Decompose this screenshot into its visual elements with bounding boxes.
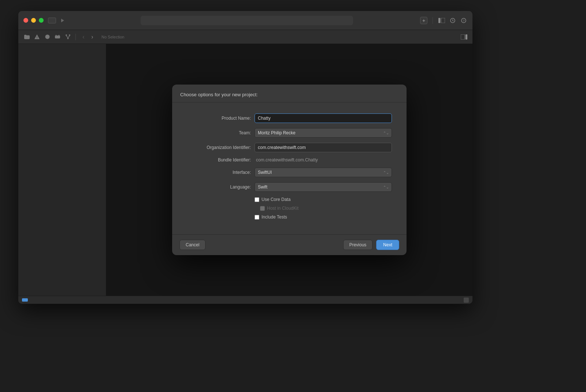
svg-text:?: ? xyxy=(463,19,464,23)
modal-title: Choose options for your new project: xyxy=(180,92,258,97)
svg-rect-1 xyxy=(438,18,440,23)
separator xyxy=(75,34,76,40)
modal-header: Choose options for your new project: xyxy=(172,85,407,102)
svg-text:!: ! xyxy=(37,36,38,39)
svg-point-14 xyxy=(67,38,68,39)
bundle-identifier-label: Bundle Identifier: xyxy=(187,157,251,163)
titlebar-center xyxy=(74,16,420,25)
git-icon[interactable] xyxy=(64,33,72,41)
bundle-identifier-row: Bundle Identifier: com.createwithswift.c… xyxy=(187,157,392,163)
titlebar-right: + ? xyxy=(420,17,467,24)
close-button[interactable] xyxy=(23,18,28,23)
new-project-modal: Choose options for your new project: Pro… xyxy=(172,85,407,255)
interface-select[interactable]: SwiftUI Storyboard xyxy=(255,168,392,177)
nav-buttons: ‹ › xyxy=(79,33,96,41)
svg-marker-0 xyxy=(61,19,64,22)
titlebar: + ? xyxy=(18,11,472,30)
svg-rect-9 xyxy=(55,36,60,38)
warning-icon[interactable]: ! xyxy=(33,33,41,41)
team-select-wrapper: Moritz Philip Recke Personal Team ⌃⌄ xyxy=(255,128,392,138)
bottom-panel-icon[interactable] xyxy=(464,298,469,303)
clock-button[interactable] xyxy=(449,17,456,24)
svg-rect-2 xyxy=(441,18,445,23)
scheme-selector[interactable] xyxy=(141,16,353,25)
include-tests-checkbox[interactable] xyxy=(255,215,259,220)
svg-point-13 xyxy=(69,34,70,36)
org-identifier-input[interactable] xyxy=(255,143,392,152)
previous-button[interactable]: Previous xyxy=(343,240,373,250)
team-row: Team: Moritz Philip Recke Personal Team … xyxy=(187,128,392,138)
include-tests-row: Include Tests xyxy=(255,214,392,220)
bottom-bar xyxy=(18,296,472,304)
cancel-button[interactable]: Cancel xyxy=(179,240,205,250)
footer-right: Previous Next xyxy=(343,240,399,250)
host-cloudkit-checkbox[interactable] xyxy=(260,206,265,211)
svg-line-15 xyxy=(66,36,68,38)
modal-content: Product Name: Team: Moritz Philip Recke … xyxy=(172,102,407,234)
add-button[interactable]: + xyxy=(420,17,427,24)
interface-select-wrapper: SwiftUI Storyboard ⌃⌄ xyxy=(255,168,392,177)
help-button[interactable]: ? xyxy=(460,17,467,24)
use-core-data-row: Use Core Data xyxy=(255,197,392,202)
plus-icon: + xyxy=(422,18,425,23)
org-identifier-row: Organization Identifier: xyxy=(187,143,392,152)
toolbar2-right xyxy=(460,33,468,41)
modal-footer: Cancel Previous Next xyxy=(172,234,407,255)
use-core-data-label[interactable]: Use Core Data xyxy=(262,197,290,202)
inspector-button[interactable] xyxy=(460,33,468,41)
sidebar xyxy=(18,44,106,296)
interface-label: Interface: xyxy=(187,170,251,175)
toolbar2: ! ‹ › xyxy=(18,30,472,44)
language-row: Language: Swift Objective-C ⌃⌄ xyxy=(187,182,392,192)
language-label: Language: xyxy=(187,184,251,190)
language-select[interactable]: Swift Objective-C xyxy=(255,182,392,192)
svg-rect-18 xyxy=(466,34,467,40)
interface-row: Interface: SwiftUI Storyboard ⌃⌄ xyxy=(187,168,392,177)
traffic-lights xyxy=(23,18,44,23)
separator xyxy=(433,17,433,24)
use-core-data-checkbox[interactable] xyxy=(255,197,259,202)
svg-line-16 xyxy=(68,36,70,38)
team-label: Team: xyxy=(187,130,251,135)
product-name-label: Product Name: xyxy=(187,116,251,121)
svg-rect-10 xyxy=(56,35,56,36)
host-cloudkit-label: Host in CloudKit xyxy=(267,206,298,211)
product-name-input[interactable] xyxy=(255,113,392,123)
team-select[interactable]: Moritz Philip Recke Personal Team xyxy=(255,128,392,138)
language-select-wrapper: Swift Objective-C ⌃⌄ xyxy=(255,182,392,192)
host-cloudkit-row: Host in CloudKit xyxy=(260,206,392,211)
status-indicator xyxy=(22,298,28,302)
org-identifier-label: Organization Identifier: xyxy=(187,145,251,150)
nav-forward-button[interactable]: › xyxy=(88,33,96,41)
memory-icon[interactable] xyxy=(53,33,62,41)
folder-icon[interactable] xyxy=(23,33,31,41)
maximize-button[interactable] xyxy=(39,18,44,23)
no-selection-label: No Selection xyxy=(101,35,124,39)
sidebar-toggle-button[interactable] xyxy=(48,18,56,23)
svg-point-8 xyxy=(45,35,49,39)
nav-back-button[interactable]: ‹ xyxy=(79,33,88,41)
stop-icon[interactable] xyxy=(43,33,51,41)
editor-area: No Selection Choose options for your new… xyxy=(106,44,472,296)
bundle-identifier-value: com.createwithswift.com.Chatty xyxy=(255,157,392,163)
product-name-row: Product Name: xyxy=(187,113,392,123)
panels-button[interactable] xyxy=(438,17,445,24)
minimize-button[interactable] xyxy=(31,18,36,23)
svg-rect-17 xyxy=(461,34,465,40)
svg-point-12 xyxy=(66,34,67,36)
bottom-right xyxy=(464,298,469,303)
run-button[interactable] xyxy=(59,17,66,24)
svg-rect-11 xyxy=(59,35,59,36)
next-button[interactable]: Next xyxy=(376,240,399,250)
xcode-window: + ? xyxy=(18,11,472,304)
include-tests-label[interactable]: Include Tests xyxy=(262,214,287,220)
modal-overlay: Choose options for your new project: Pro… xyxy=(106,44,472,296)
main-area: No Selection Choose options for your new… xyxy=(18,44,472,296)
